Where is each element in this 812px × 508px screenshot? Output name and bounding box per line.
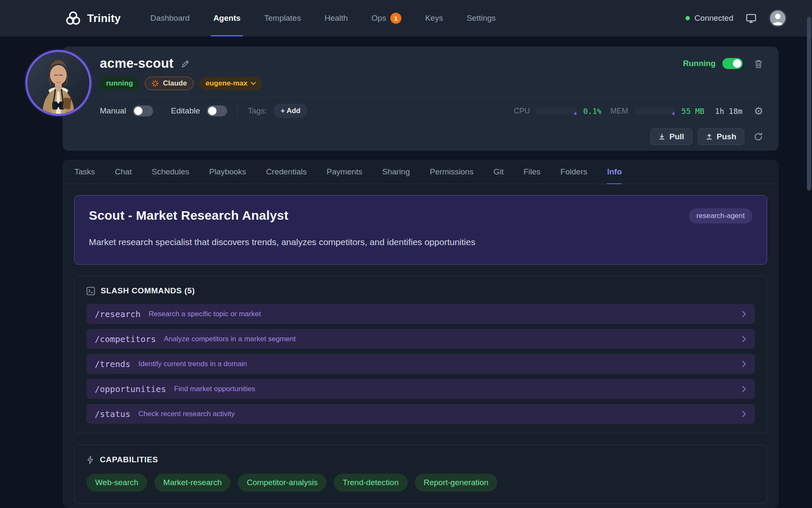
add-tag-button[interactable]: + Add (274, 104, 307, 118)
nav-items: Dashboard Agents Templates Health Ops 1 … (150, 0, 496, 36)
nav-item-health[interactable]: Health (324, 0, 348, 36)
capability-pill: Trend-detection (334, 474, 407, 491)
connected-dot-icon (686, 16, 690, 20)
tab-chat[interactable]: Chat (115, 160, 132, 184)
push-button[interactable]: Push (698, 128, 744, 145)
command-description: Identify current trends in a domain (138, 360, 247, 368)
manual-toggle[interactable] (133, 105, 153, 116)
brand-title: Trinity (87, 12, 121, 25)
nav-item-settings[interactable]: Settings (466, 0, 496, 36)
vertical-divider (237, 105, 238, 117)
host-badge[interactable]: eugene-max (199, 77, 262, 90)
tab-info[interactable]: Info (607, 160, 622, 184)
tab-folders[interactable]: Folders (560, 160, 587, 184)
bolt-icon (86, 456, 94, 464)
command-description: Research a specific topic or market (148, 310, 261, 318)
cpu-value: 0.1% (583, 107, 601, 116)
tab-sharing[interactable]: Sharing (382, 160, 410, 184)
settings-gear-icon[interactable]: ⚙ (754, 106, 763, 116)
trash-icon[interactable] (754, 59, 763, 69)
command-row[interactable]: /research Research a specific topic or m… (86, 304, 755, 324)
command-row[interactable]: /trends Identify current trends in a dom… (86, 354, 755, 374)
refresh-icon[interactable] (753, 132, 763, 142)
command-name: /opportunities (95, 384, 166, 394)
tab-files[interactable]: Files (524, 160, 540, 184)
trinity-logo-icon (66, 11, 81, 26)
running-toggle[interactable] (722, 58, 743, 69)
tab-payments[interactable]: Payments (326, 160, 362, 184)
nav-item-ops[interactable]: Ops 1 (371, 0, 401, 36)
command-name: /research (95, 309, 140, 319)
agent-detail-panel: Tasks Chat Schedules Playbooks Credentia… (63, 160, 779, 508)
command-row[interactable]: /competitors Analyze competitors in a ma… (86, 329, 755, 349)
chevron-right-icon (742, 386, 746, 392)
tab-tasks[interactable]: Tasks (74, 160, 95, 184)
capability-pill: Competitor-analysis (238, 474, 326, 491)
scrollbar-thumb[interactable] (807, 17, 811, 190)
tags-label: Tags: (248, 106, 267, 116)
connection-status: Connected (686, 14, 733, 23)
upload-icon (706, 133, 713, 140)
editable-label: Editable (171, 106, 200, 116)
cpu-label: CPU (514, 107, 530, 116)
mem-label: MEM (610, 107, 628, 116)
pull-button[interactable]: Pull (650, 128, 692, 145)
tab-permissions[interactable]: Permissions (430, 160, 473, 184)
download-icon (658, 133, 665, 140)
nav-item-keys[interactable]: Keys (425, 0, 443, 36)
nav-right: Connected (686, 9, 787, 27)
command-row[interactable]: /opportunities Find market opportunities (86, 379, 755, 399)
cpu-bar (536, 107, 577, 115)
tab-schedules[interactable]: Schedules (152, 160, 189, 184)
capabilities-title: CAPABILITIES (100, 455, 158, 464)
command-description: Analyze competitors in a market segment (164, 335, 296, 343)
uptime-value: 1h 18m (715, 107, 743, 116)
command-description: Check recent research activity (138, 410, 235, 418)
slash-commands-title: SLASH COMMANDS (5) (101, 286, 195, 295)
editable-toggle[interactable] (207, 105, 227, 116)
display-icon[interactable] (745, 12, 757, 24)
agent-type-badge: research-agent (689, 208, 752, 224)
chevron-right-icon (742, 336, 746, 342)
capability-pill: Market-research (154, 474, 230, 491)
user-avatar[interactable] (769, 9, 787, 27)
chevron-right-icon (742, 311, 746, 318)
running-label: Running (683, 59, 716, 68)
chevron-down-icon (251, 82, 256, 85)
command-row[interactable]: /status Check recent research activity (86, 404, 755, 424)
manual-label: Manual (100, 106, 126, 116)
top-navbar: Trinity Dashboard Agents Templates Healt… (0, 0, 812, 36)
nav-item-agents[interactable]: Agents (213, 0, 240, 36)
command-description: Find market opportunities (174, 385, 255, 393)
agent-avatar (25, 50, 91, 116)
command-list: /research Research a specific topic or m… (86, 304, 755, 424)
capability-pill: Report-generation (415, 474, 497, 491)
chevron-right-icon (742, 411, 746, 417)
edit-pencil-icon[interactable] (181, 59, 190, 68)
command-name: /competitors (95, 334, 156, 344)
mem-value: 55 MB (681, 107, 704, 116)
agent-header-card: acme-scout Running running (63, 47, 779, 151)
model-badge[interactable]: Claude (145, 77, 194, 90)
tab-git[interactable]: Git (494, 160, 504, 184)
tab-bar: Tasks Chat Schedules Playbooks Credentia… (63, 160, 779, 184)
capability-pill: Web-search (86, 474, 147, 491)
chevron-right-icon (742, 361, 746, 367)
ops-count-badge: 1 (390, 13, 401, 24)
command-name: /status (95, 409, 130, 419)
nav-item-templates[interactable]: Templates (264, 0, 301, 36)
claude-starburst-icon (151, 80, 159, 87)
brand[interactable]: Trinity (66, 11, 121, 26)
slash-commands-section: SLASH COMMANDS (5) /research Research a … (74, 276, 767, 433)
capability-list: Web-search Market-research Competitor-an… (86, 474, 755, 491)
terminal-icon (86, 287, 95, 295)
mem-bar (634, 107, 675, 115)
info-title: Scout - Market Research Analyst (89, 208, 288, 223)
command-name: /trends (95, 359, 130, 369)
tab-credentials[interactable]: Credentials (266, 160, 307, 184)
nav-item-dashboard[interactable]: Dashboard (150, 0, 189, 36)
tab-playbooks[interactable]: Playbooks (209, 160, 246, 184)
capabilities-section: CAPABILITIES Web-search Market-research … (74, 444, 767, 504)
info-description: Market research specialist that discover… (89, 237, 752, 247)
connection-status-label: Connected (694, 14, 733, 23)
